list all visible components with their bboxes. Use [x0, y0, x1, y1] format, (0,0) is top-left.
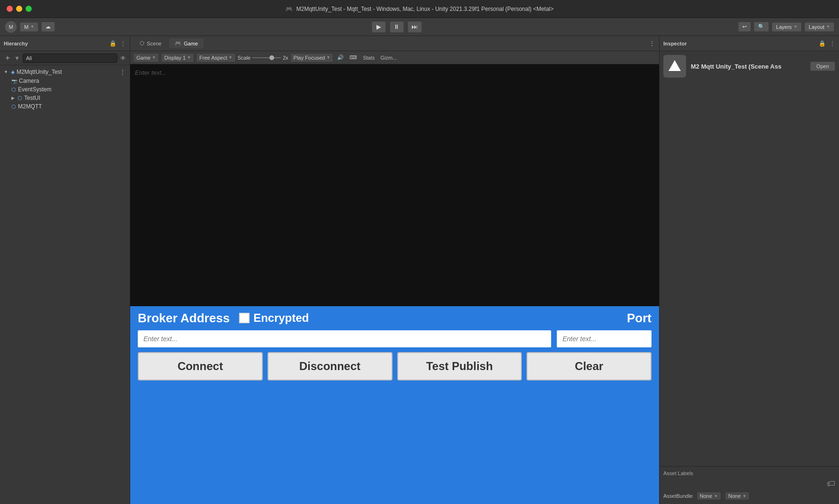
- traffic-lights: [7, 6, 32, 12]
- eye-icon[interactable]: 👁: [120, 55, 126, 62]
- scene-tab-icon: ⬡: [140, 40, 144, 46]
- play-focused-dropdown[interactable]: Play Focused ▼: [290, 53, 334, 62]
- hierarchy-toolbar: ＋ ▼ 👁: [0, 51, 130, 65]
- connect-button[interactable]: Connect: [138, 352, 263, 380]
- encrypted-label: Encrypted: [253, 311, 309, 325]
- port-label: Port: [627, 311, 652, 326]
- game-screen: Enter text... Broker Address Encrypted P…: [130, 64, 659, 504]
- button-row: Connect Disconnect Test Publish Clear: [138, 352, 652, 380]
- scene-icon: ◈: [11, 69, 15, 75]
- hierarchy-add-button[interactable]: ＋: [4, 53, 11, 63]
- search-button[interactable]: 🔍: [754, 22, 769, 32]
- step-button[interactable]: ⏭: [408, 21, 422, 33]
- mute-button[interactable]: 🔊: [335, 54, 346, 61]
- stats-button[interactable]: Stats: [361, 55, 376, 61]
- hierarchy-list: ▼ ◈ M2MqttUnity_Test ⋮ 📷 Camera ⬡ EventS…: [0, 65, 130, 504]
- hierarchy-title: Hierarchy: [4, 41, 28, 46]
- game-dropdown[interactable]: Game ▼: [133, 53, 159, 62]
- clear-button[interactable]: Clear: [527, 352, 652, 380]
- inspector-bottom-area: [660, 81, 839, 466]
- item-more-icon[interactable]: ⋮: [119, 68, 126, 76]
- open-button[interactable]: Open: [810, 62, 835, 71]
- layers-dropdown[interactable]: Layers ▼: [772, 22, 802, 32]
- inspector-panel: Inspector 🔒 ⋮ M2 Mqtt Unity_Test (Scene …: [659, 36, 839, 504]
- pause-button[interactable]: ⏸: [390, 21, 404, 33]
- inspector-content: M2 Mqtt Unity_Test (Scene Ass Open: [660, 51, 839, 81]
- hierarchy-panel-icons: 🔒 ⋮: [109, 40, 126, 47]
- undo-button[interactable]: ↩: [738, 22, 751, 32]
- minimize-button[interactable]: [16, 6, 22, 12]
- m-dropdown[interactable]: M ▼: [20, 22, 38, 32]
- camera-icon: 📷: [11, 79, 17, 84]
- labels-icon[interactable]: 🏷: [827, 479, 835, 489]
- aspect-chevron: ▼: [229, 55, 232, 60]
- main-layout: Hierarchy 🔒 ⋮ ＋ ▼ 👁 ▼ ◈ M2MqttUnity_Test…: [0, 36, 839, 504]
- encrypted-section: Encrypted: [239, 311, 309, 325]
- asset-bundle-label: AssetBundle: [663, 493, 693, 499]
- display-chevron: ▼: [187, 55, 191, 60]
- asset-bundle-dropdown-left[interactable]: None ▼: [696, 492, 721, 500]
- tab-more-icon[interactable]: ⋮: [649, 40, 655, 47]
- play-chevron: ▼: [327, 55, 330, 60]
- port-input[interactable]: [557, 330, 652, 347]
- more-icon[interactable]: ⋮: [120, 40, 126, 47]
- asset-bundle-row: AssetBundle None ▼ None ▼: [663, 492, 835, 500]
- hierarchy-item-testui[interactable]: ▶ ⬡ TestUI: [0, 94, 130, 102]
- aspect-dropdown[interactable]: Free Aspect ▼: [196, 53, 236, 62]
- cloud-button[interactable]: ☁: [41, 22, 55, 32]
- unity-icon: 🎮: [286, 6, 293, 12]
- object-icon: ⬡: [18, 95, 22, 101]
- gizmos-button[interactable]: Gizm...: [379, 55, 399, 61]
- hierarchy-header: Hierarchy 🔒 ⋮: [0, 36, 130, 51]
- broker-row: Broker Address Encrypted Port: [138, 311, 652, 326]
- hierarchy-item-label: TestUI: [24, 95, 40, 101]
- object-icon: ⬡: [11, 87, 16, 93]
- hierarchy-search-input[interactable]: [23, 53, 117, 63]
- undo-icon: ↩: [742, 24, 747, 30]
- hierarchy-item-eventsystem[interactable]: ⬡ EventSystem: [0, 85, 130, 94]
- tab-game[interactable]: 🎮 Game: [169, 38, 204, 48]
- game-ui-area: Broker Address Encrypted Port Connect D: [130, 306, 659, 504]
- tab-scene-label: Scene: [147, 41, 161, 46]
- close-button[interactable]: [7, 6, 13, 12]
- playback-controls: ▶ ⏸ ⏭: [372, 21, 422, 33]
- play-button[interactable]: ▶: [372, 21, 386, 33]
- game-output-area: Enter text...: [130, 64, 659, 306]
- input-row: [138, 330, 652, 347]
- test-publish-button[interactable]: Test Publish: [397, 352, 522, 380]
- inspector-title: Inspector: [663, 41, 687, 46]
- tab-game-label: Game: [184, 41, 198, 46]
- toolbar-left: M M ▼ ☁: [5, 21, 55, 33]
- title-bar: 🎮 M2MqttUnity_Test - Mqtt_Test - Windows…: [0, 0, 839, 18]
- expand-icon: ▼: [4, 70, 8, 74]
- hierarchy-item-root[interactable]: ▼ ◈ M2MqttUnity_Test ⋮: [0, 67, 130, 77]
- lock-icon[interactable]: 🔒: [819, 40, 826, 47]
- encrypted-checkbox[interactable]: [239, 313, 250, 323]
- game-label: Game: [136, 55, 151, 61]
- scale-slider[interactable]: Scale 2x: [238, 55, 288, 61]
- top-toolbar: M M ▼ ☁ ▶ ⏸ ⏭ ↩ 🔍 Layers ▼ Layout ▼: [0, 18, 839, 36]
- dropdown-arrow[interactable]: ▼: [14, 55, 20, 62]
- layout-dropdown[interactable]: Layout ▼: [804, 22, 834, 32]
- lock-icon[interactable]: 🔒: [109, 40, 116, 47]
- broker-input[interactable]: [138, 330, 551, 347]
- hierarchy-item-label: M2MQTT: [18, 103, 42, 110]
- broker-label: Broker Address: [138, 311, 230, 326]
- scene-game-tab-bar: ⬡ Scene 🎮 Game ⋮: [130, 36, 659, 51]
- asset-labels-title: Asset Labels: [663, 470, 835, 476]
- inspector-asset-name: M2 Mqtt Unity_Test (Scene Ass: [691, 63, 781, 70]
- keyboard-button[interactable]: ⌨: [348, 54, 359, 61]
- maximize-button[interactable]: [26, 6, 32, 12]
- asset-labels-panel: Asset Labels 🏷 AssetBundle None ▼ None ▼: [660, 466, 839, 504]
- display-dropdown[interactable]: Display 1 ▼: [161, 53, 194, 62]
- hierarchy-item-camera[interactable]: 📷 Camera: [0, 77, 130, 85]
- account-button[interactable]: M: [5, 21, 17, 33]
- hierarchy-item-m2mqtt[interactable]: ⬡ M2MQTT: [0, 102, 130, 111]
- game-viewport: Enter text... Broker Address Encrypted P…: [130, 64, 659, 504]
- hierarchy-panel: Hierarchy 🔒 ⋮ ＋ ▼ 👁 ▼ ◈ M2MqttUnity_Test…: [0, 36, 130, 504]
- tab-scene[interactable]: ⬡ Scene: [134, 38, 167, 48]
- inspector-header: Inspector 🔒 ⋮: [660, 36, 839, 51]
- asset-bundle-dropdown-right[interactable]: None ▼: [725, 492, 750, 500]
- more-icon[interactable]: ⋮: [830, 40, 835, 47]
- disconnect-button[interactable]: Disconnect: [268, 352, 393, 380]
